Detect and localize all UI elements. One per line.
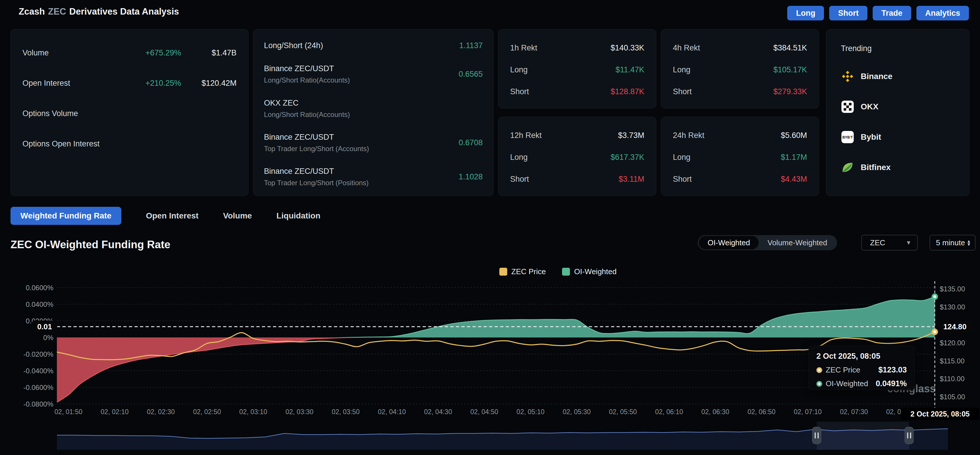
bitfinex-icon	[841, 161, 854, 174]
right-axis-tick: $130.00	[940, 303, 965, 311]
volume-row: Volume +675.29% $1.47B	[22, 46, 237, 60]
navigator-handle-right[interactable]	[905, 427, 913, 444]
zec-price-dot-icon	[816, 367, 822, 373]
trade-button[interactable]: Trade	[873, 6, 911, 21]
tooltip-price-value: $123.03	[878, 366, 907, 374]
symbol-select-value: ZEC	[870, 238, 885, 247]
binance-top-accounts-row: Binance ZEC/USDT Top Trader Long/Short (…	[264, 133, 483, 153]
left-axis-tick: 0%	[43, 334, 53, 342]
long-button[interactable]: Long	[787, 6, 824, 21]
binance-top-positions-subtitle: Top Trader Long/Short (Positions)	[264, 179, 369, 187]
crosshair-bottom-badge-text: 2 Oct 2025, 08:05	[911, 410, 970, 418]
bybit-icon: BYBIT	[841, 130, 854, 144]
chart-navigator[interactable]	[0, 422, 980, 452]
trending-item-binance[interactable]: Binance	[841, 69, 955, 83]
title-symbol: ZEC	[48, 6, 66, 17]
derivatives-dashboard: ZcashZECDerivatives Data Analysis Long S…	[0, 0, 980, 455]
x-axis-tick: 02, 03:30	[286, 408, 313, 415]
rekt-4h-label: 4h Rekt	[673, 43, 700, 52]
navigator-selection[interactable]	[817, 422, 909, 450]
legend-zec-price[interactable]: ZEC Price	[500, 267, 546, 276]
handle-grip-icon	[907, 433, 908, 438]
tooltip-timestamp: 2 Oct 2025, 08:05	[816, 352, 907, 361]
binance-top-accounts-value: 0.6708	[458, 138, 483, 147]
left-axis-tick: -0.0800%	[23, 400, 53, 408]
open-interest-value: $120.42M	[181, 79, 237, 88]
trending-item-okx[interactable]: OKX	[841, 100, 955, 114]
symbol-select[interactable]: ZEC ▼	[861, 235, 918, 251]
right-axis-tick: $135.00	[940, 285, 965, 293]
trending-item-bitfinex[interactable]: Bitfinex	[841, 161, 955, 174]
x-axis-tick: 02, 02:50	[193, 408, 221, 415]
x-axis-tick: 02, 03:10	[239, 408, 267, 415]
oi-weighted-dot-icon	[816, 381, 822, 387]
rekt-4h-total: $384.51K	[773, 43, 807, 52]
interval-select-value: 5 minute	[936, 238, 965, 247]
open-interest-row: Open Interest +210.25% $120.42M	[22, 76, 237, 90]
x-axis-tick: 02, 04:50	[470, 408, 498, 415]
open-interest-change: +210.25%	[146, 79, 181, 88]
toggle-oi-weighted[interactable]: OI-Weighted	[699, 236, 759, 250]
rekt-24h-label: 24h Rekt	[673, 131, 705, 140]
binance-icon	[841, 70, 854, 83]
tab-volume[interactable]: Volume	[223, 211, 252, 221]
tooltip-row-funding: OI-Weighted 0.0491%	[816, 379, 907, 388]
options-open-interest-row: Options Open Interest	[22, 137, 237, 151]
options-volume-row: Options Volume	[22, 107, 237, 121]
chart-title: ZEC OI-Weighted Funding Rate	[11, 239, 170, 251]
volume-oi-card: Volume +675.29% $1.47B Open Interest +21…	[11, 29, 248, 196]
toggle-volume-weighted[interactable]: Volume-Weighted	[759, 236, 836, 250]
crosshair-left-badge-text: 0.01	[37, 322, 52, 331]
tab-weighted-funding-rate[interactable]: Weighted Funding Rate	[11, 207, 121, 225]
rekt-card-12h: 12h Rekt$3.73M Long$617.37K Short$3.11M	[498, 117, 656, 196]
x-axis-tick: 02, 02:10	[100, 408, 129, 415]
x-axis-tick: 02, 02:30	[147, 408, 175, 415]
rekt-24h-short-value: $4.43M	[781, 175, 807, 184]
rekt-24h-total: $5.60M	[781, 131, 807, 140]
binance-accounts-subtitle: Long/Short Ratio(Accounts)	[264, 76, 350, 84]
volume-label: Volume	[22, 48, 49, 57]
binance-accounts-value: 0.6565	[458, 70, 483, 79]
okx-icon	[841, 100, 854, 113]
x-axis-tick: 02, 06:10	[655, 408, 683, 415]
rekt-1h-total: $140.33K	[611, 43, 644, 52]
okx-accounts-title: OKX ZEC	[264, 99, 350, 108]
binance-top-positions-title: Binance ZEC/USDT	[264, 167, 369, 176]
legend-oi-weighted[interactable]: OI-Weighted	[562, 267, 616, 276]
rekt-1h-long-value: $11.47K	[616, 65, 644, 75]
rekt-12h-short-label: Short	[510, 175, 529, 184]
ls-24h-value: 1.1137	[459, 41, 483, 50]
short-button[interactable]: Short	[829, 6, 867, 21]
tooltip-price-label: ZEC Price	[826, 366, 860, 374]
options-open-interest-label: Options Open Interest	[22, 139, 99, 148]
legend-zec-price-label: ZEC Price	[511, 267, 546, 276]
left-axis-tick: -0.0200%	[23, 350, 53, 358]
left-axis-tick: 0.0600%	[25, 284, 53, 292]
rekt-24h-long-label: Long	[673, 153, 690, 162]
open-interest-label: Open Interest	[22, 79, 70, 88]
rekt-4h-long-value: $105.17K	[773, 65, 807, 75]
funding-current-marker	[932, 294, 937, 299]
rekt-1h-long-label: Long	[510, 65, 528, 75]
spinner-arrows-icon: ▲▼	[967, 239, 971, 246]
x-axis-tick: 02, 05:30	[563, 408, 590, 415]
trending-label-bybit: Bybit	[861, 132, 881, 142]
trending-item-bybit[interactable]: BYBIT Bybit	[841, 130, 955, 144]
rekt-4h-long-label: Long	[673, 65, 690, 75]
handle-grip-icon	[910, 433, 911, 438]
right-axis-tick: $110.00	[940, 375, 964, 383]
x-axis-tick: 02, 06:30	[702, 408, 729, 415]
analytics-button[interactable]: Analytics	[916, 6, 969, 21]
zec-price-swatch	[500, 268, 507, 275]
rekt-4h-short-label: Short	[673, 87, 692, 96]
rekt-12h-long-value: $617.37K	[611, 153, 644, 162]
interval-select[interactable]: 5 minute ▲▼	[929, 235, 975, 251]
binance-top-accounts-title: Binance ZEC/USDT	[264, 133, 369, 142]
left-axis-tick: 0.0400%	[25, 301, 53, 308]
navigator-handle-left[interactable]	[812, 427, 821, 444]
binance-accounts-row: Binance ZEC/USDT Long/Short Ratio(Accoun…	[264, 64, 483, 84]
trending-label-okx: OKX	[861, 102, 878, 111]
x-axis-tick: 02, 07:30	[840, 408, 868, 415]
tab-liquidation[interactable]: Liquidation	[277, 211, 321, 221]
tab-open-interest[interactable]: Open Interest	[146, 211, 198, 221]
